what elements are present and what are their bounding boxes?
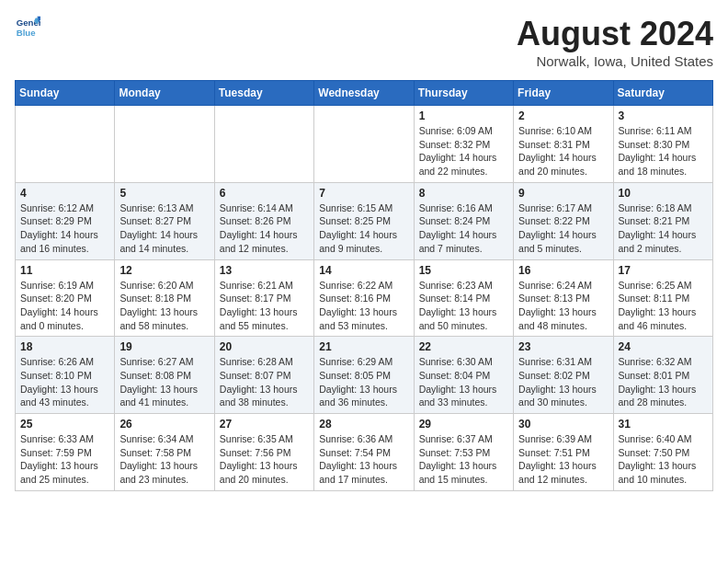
- day-info: Sunrise: 6:15 AMSunset: 8:25 PMDaylight:…: [319, 201, 408, 256]
- day-number: 18: [20, 340, 109, 353]
- day-number: 14: [319, 264, 408, 277]
- day-info: Sunrise: 6:12 AMSunset: 8:29 PMDaylight:…: [20, 201, 109, 256]
- day-info: Sunrise: 6:27 AMSunset: 8:08 PMDaylight:…: [119, 355, 209, 409]
- calendar-cell: 1Sunrise: 6:09 AMSunset: 8:32 PMDaylight…: [414, 106, 513, 183]
- calendar-cell: 10Sunrise: 6:18 AMSunset: 8:21 PMDayligh…: [613, 182, 712, 259]
- day-info: Sunrise: 6:23 AMSunset: 8:14 PMDaylight:…: [419, 279, 508, 333]
- calendar-week-row: 11Sunrise: 6:19 AMSunset: 8:20 PMDayligh…: [16, 259, 713, 337]
- day-number: 12: [119, 264, 209, 277]
- calendar-cell: 27Sunrise: 6:35 AMSunset: 7:56 PMDayligh…: [214, 414, 313, 491]
- day-number: 16: [518, 264, 608, 277]
- day-info: Sunrise: 6:20 AMSunset: 8:18 PMDaylight:…: [119, 279, 209, 333]
- calendar-cell: [115, 106, 214, 183]
- calendar-cell: 2Sunrise: 6:10 AMSunset: 8:31 PMDaylight…: [514, 106, 613, 183]
- day-info: Sunrise: 6:21 AMSunset: 8:17 PMDaylight:…: [220, 279, 309, 333]
- calendar-cell: 4Sunrise: 6:12 AMSunset: 8:29 PMDaylight…: [16, 182, 115, 259]
- calendar-week-row: 1Sunrise: 6:09 AMSunset: 8:32 PMDaylight…: [16, 106, 713, 183]
- day-info: Sunrise: 6:19 AMSunset: 8:20 PMDaylight:…: [20, 279, 109, 333]
- day-info: Sunrise: 6:22 AMSunset: 8:16 PMDaylight:…: [319, 279, 408, 333]
- calendar-cell: 7Sunrise: 6:15 AMSunset: 8:25 PMDaylight…: [314, 182, 414, 259]
- day-info: Sunrise: 6:13 AMSunset: 8:27 PMDaylight:…: [119, 201, 209, 256]
- day-info: Sunrise: 6:34 AMSunset: 7:58 PMDaylight:…: [119, 432, 209, 487]
- day-info: Sunrise: 6:33 AMSunset: 7:59 PMDaylight:…: [20, 432, 109, 487]
- day-number: 7: [319, 187, 408, 200]
- day-info: Sunrise: 6:10 AMSunset: 8:31 PMDaylight:…: [518, 124, 608, 178]
- weekday-header-wednesday: Wednesday: [314, 81, 414, 106]
- calendar-cell: 12Sunrise: 6:20 AMSunset: 8:18 PMDayligh…: [115, 259, 214, 337]
- day-info: Sunrise: 6:14 AMSunset: 8:26 PMDaylight:…: [220, 201, 309, 256]
- calendar-cell: 23Sunrise: 6:31 AMSunset: 8:02 PMDayligh…: [514, 337, 613, 414]
- calendar-cell: 21Sunrise: 6:29 AMSunset: 8:05 PMDayligh…: [314, 337, 414, 414]
- weekday-header-thursday: Thursday: [414, 81, 513, 106]
- calendar-cell: 24Sunrise: 6:32 AMSunset: 8:01 PMDayligh…: [613, 337, 712, 414]
- day-number: 9: [518, 187, 608, 200]
- calendar-cell: 15Sunrise: 6:23 AMSunset: 8:14 PMDayligh…: [414, 259, 513, 337]
- day-number: 27: [220, 418, 309, 431]
- day-number: 24: [619, 340, 708, 353]
- day-info: Sunrise: 6:29 AMSunset: 8:05 PMDaylight:…: [319, 355, 408, 409]
- calendar-cell: 14Sunrise: 6:22 AMSunset: 8:16 PMDayligh…: [314, 259, 414, 337]
- calendar-cell: 6Sunrise: 6:14 AMSunset: 8:26 PMDaylight…: [214, 182, 313, 259]
- day-info: Sunrise: 6:37 AMSunset: 7:53 PMDaylight:…: [419, 432, 508, 487]
- month-title: August 2024: [517, 15, 713, 53]
- calendar-cell: 9Sunrise: 6:17 AMSunset: 8:22 PMDaylight…: [514, 182, 613, 259]
- calendar-cell: 16Sunrise: 6:24 AMSunset: 8:13 PMDayligh…: [514, 259, 613, 337]
- calendar-cell: 22Sunrise: 6:30 AMSunset: 8:04 PMDayligh…: [414, 337, 513, 414]
- day-info: Sunrise: 6:32 AMSunset: 8:01 PMDaylight:…: [619, 355, 708, 409]
- calendar-body: 1Sunrise: 6:09 AMSunset: 8:32 PMDaylight…: [16, 106, 713, 491]
- day-number: 20: [220, 340, 309, 353]
- calendar-cell: 28Sunrise: 6:36 AMSunset: 7:54 PMDayligh…: [314, 414, 414, 491]
- calendar-week-row: 18Sunrise: 6:26 AMSunset: 8:10 PMDayligh…: [16, 337, 713, 414]
- svg-text:Blue: Blue: [17, 28, 36, 38]
- calendar-cell: 25Sunrise: 6:33 AMSunset: 7:59 PMDayligh…: [16, 414, 115, 491]
- calendar-cell: 8Sunrise: 6:16 AMSunset: 8:24 PMDaylight…: [414, 182, 513, 259]
- day-info: Sunrise: 6:11 AMSunset: 8:30 PMDaylight:…: [619, 124, 708, 178]
- day-number: 4: [20, 187, 109, 200]
- logo: General Blue: [15, 15, 40, 40]
- calendar-cell: 3Sunrise: 6:11 AMSunset: 8:30 PMDaylight…: [613, 106, 712, 183]
- day-info: Sunrise: 6:39 AMSunset: 7:51 PMDaylight:…: [518, 432, 608, 487]
- day-number: 29: [419, 418, 508, 431]
- calendar-cell: [16, 106, 115, 183]
- day-number: 21: [319, 340, 408, 353]
- day-info: Sunrise: 6:18 AMSunset: 8:21 PMDaylight:…: [619, 201, 708, 256]
- calendar-cell: 26Sunrise: 6:34 AMSunset: 7:58 PMDayligh…: [115, 414, 214, 491]
- calendar-week-row: 25Sunrise: 6:33 AMSunset: 7:59 PMDayligh…: [16, 414, 713, 491]
- day-number: 2: [518, 109, 608, 122]
- calendar-week-row: 4Sunrise: 6:12 AMSunset: 8:29 PMDaylight…: [16, 182, 713, 259]
- day-info: Sunrise: 6:28 AMSunset: 8:07 PMDaylight:…: [220, 355, 309, 409]
- weekday-header-tuesday: Tuesday: [214, 81, 313, 106]
- calendar-cell: [314, 106, 414, 183]
- day-number: 31: [619, 418, 708, 431]
- weekday-header-saturday: Saturday: [613, 81, 712, 106]
- day-number: 28: [319, 418, 408, 431]
- title-block: August 2024 Norwalk, Iowa, United States: [517, 15, 713, 69]
- calendar-cell: [214, 106, 313, 183]
- calendar-header-row: SundayMondayTuesdayWednesdayThursdayFrid…: [16, 81, 713, 106]
- day-number: 6: [220, 187, 309, 200]
- calendar-cell: 31Sunrise: 6:40 AMSunset: 7:50 PMDayligh…: [613, 414, 712, 491]
- day-info: Sunrise: 6:09 AMSunset: 8:32 PMDaylight:…: [419, 124, 508, 178]
- calendar-table: SundayMondayTuesdayWednesdayThursdayFrid…: [15, 80, 713, 491]
- day-info: Sunrise: 6:40 AMSunset: 7:50 PMDaylight:…: [619, 432, 708, 487]
- day-info: Sunrise: 6:24 AMSunset: 8:13 PMDaylight:…: [518, 279, 608, 333]
- calendar-cell: 11Sunrise: 6:19 AMSunset: 8:20 PMDayligh…: [16, 259, 115, 337]
- logo-icon: General Blue: [15, 15, 40, 40]
- weekday-header-sunday: Sunday: [16, 81, 115, 106]
- day-number: 10: [619, 187, 708, 200]
- day-info: Sunrise: 6:31 AMSunset: 8:02 PMDaylight:…: [518, 355, 608, 409]
- day-number: 8: [419, 187, 508, 200]
- day-info: Sunrise: 6:25 AMSunset: 8:11 PMDaylight:…: [619, 279, 708, 333]
- day-number: 22: [419, 340, 508, 353]
- day-number: 26: [119, 418, 209, 431]
- day-info: Sunrise: 6:30 AMSunset: 8:04 PMDaylight:…: [419, 355, 508, 409]
- day-number: 19: [119, 340, 209, 353]
- calendar-cell: 20Sunrise: 6:28 AMSunset: 8:07 PMDayligh…: [214, 337, 313, 414]
- location: Norwalk, Iowa, United States: [517, 53, 713, 69]
- day-number: 13: [220, 264, 309, 277]
- calendar-cell: 5Sunrise: 6:13 AMSunset: 8:27 PMDaylight…: [115, 182, 214, 259]
- calendar-cell: 19Sunrise: 6:27 AMSunset: 8:08 PMDayligh…: [115, 337, 214, 414]
- day-number: 1: [419, 109, 508, 122]
- day-number: 30: [518, 418, 608, 431]
- day-info: Sunrise: 6:17 AMSunset: 8:22 PMDaylight:…: [518, 201, 608, 256]
